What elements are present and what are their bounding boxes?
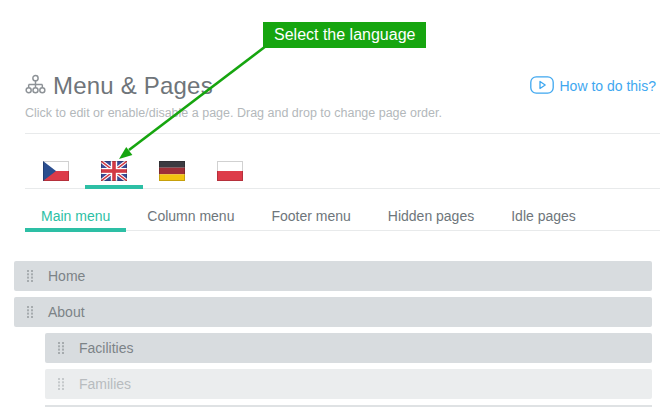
page-row-families[interactable]: Families (45, 369, 652, 399)
uk-flag-icon (101, 161, 127, 181)
header-divider (25, 133, 660, 134)
czech-flag-icon (43, 161, 69, 181)
sitemap-icon (25, 74, 46, 99)
page-row-label: Families (79, 376, 131, 392)
tab-idle-pages[interactable]: Idle pages (495, 204, 592, 230)
drag-handle-icon[interactable] (27, 270, 33, 282)
page-row-about[interactable]: About (14, 297, 652, 327)
language-selector (43, 161, 243, 181)
tab-main-menu[interactable]: Main menu (25, 204, 126, 230)
page-row-home[interactable]: Home (14, 261, 652, 291)
page-row-facilities[interactable]: Facilities (45, 333, 652, 363)
help-link-label: How to do this? (560, 78, 657, 94)
menu-tabs: Main menu Column menu Footer menu Hidden… (25, 204, 660, 231)
language-flag-english[interactable] (101, 161, 127, 181)
page-header: Menu & Pages How to do this? (25, 70, 656, 102)
pages-list: Home About Facil (14, 261, 652, 407)
annotation-callout: Select the language (263, 22, 426, 48)
language-flag-polish[interactable] (217, 161, 243, 181)
tab-column-menu[interactable]: Column menu (131, 204, 250, 230)
page-title: Menu & Pages (53, 72, 213, 100)
partial-next-row (45, 405, 652, 407)
play-icon (530, 76, 554, 97)
help-link[interactable]: How to do this? (530, 76, 657, 97)
menu-pages-screen: Select the language Menu & Pages (0, 0, 670, 417)
polish-flag-icon (217, 161, 243, 181)
tab-footer-menu[interactable]: Footer menu (255, 204, 366, 230)
drag-handle-icon[interactable] (58, 378, 64, 390)
tab-hidden-pages[interactable]: Hidden pages (372, 204, 490, 230)
language-flag-german[interactable] (159, 161, 185, 181)
page-row-label: Home (48, 268, 85, 284)
page-subtitle: Click to edit or enable/disable a page. … (25, 106, 442, 120)
language-flag-czech[interactable] (43, 161, 69, 181)
page-row-label: About (48, 304, 85, 320)
german-flag-icon (159, 161, 185, 181)
drag-handle-icon[interactable] (58, 342, 64, 354)
page-row-label: Facilities (79, 340, 133, 356)
drag-handle-icon[interactable] (27, 306, 33, 318)
